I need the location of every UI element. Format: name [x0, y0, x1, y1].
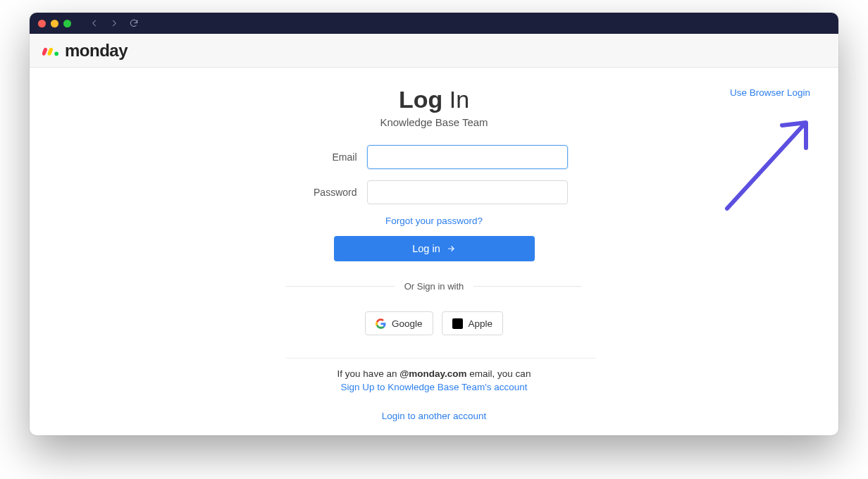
back-icon[interactable] — [89, 18, 99, 28]
minimize-window-icon[interactable] — [51, 20, 58, 27]
brand-name: monday — [65, 41, 128, 61]
use-browser-login-link[interactable]: Use Browser Login — [730, 87, 810, 98]
window-titlebar — [30, 13, 838, 34]
maximize-window-icon[interactable] — [63, 20, 71, 27]
password-label: Password — [301, 187, 357, 198]
google-login-button[interactable]: Google — [365, 311, 433, 335]
title-light: In — [442, 86, 469, 113]
arrow-right-icon — [446, 244, 456, 254]
divider: Or Sign in with — [286, 281, 582, 292]
password-input[interactable] — [367, 180, 568, 204]
team-subtitle: Knowledge Base Team — [286, 116, 582, 128]
svg-rect-0 — [42, 47, 48, 56]
window-controls — [38, 20, 71, 27]
google-icon — [376, 318, 386, 329]
apple-icon — [452, 318, 463, 329]
app-header: monday — [30, 34, 838, 68]
social-login-row: Google Apple — [286, 311, 582, 335]
svg-rect-1 — [47, 47, 54, 56]
login-button-label: Log in — [412, 243, 440, 254]
page-title: Log In — [286, 86, 582, 113]
google-label: Google — [392, 318, 423, 329]
email-row: Email — [286, 145, 582, 169]
nav-buttons — [89, 18, 139, 28]
app-window: monday Use Browser Login Log In Knowledg… — [30, 13, 838, 435]
svg-point-2 — [54, 51, 58, 56]
helper-suffix: email, you can — [467, 368, 531, 379]
divider-line-right — [473, 286, 582, 287]
password-row: Password — [286, 180, 582, 204]
helper-prefix: If you have an — [337, 368, 400, 379]
forward-icon[interactable] — [109, 18, 119, 28]
apple-login-button[interactable]: Apple — [442, 311, 504, 335]
separator — [286, 358, 596, 359]
signup-link[interactable]: Sign Up to Knowledge Base Team's account — [286, 382, 582, 392]
brand-logo: monday — [42, 41, 128, 61]
reload-icon[interactable] — [129, 18, 139, 28]
divider-line-left — [286, 286, 395, 287]
email-label: Email — [301, 151, 357, 163]
login-form: Log In Knowledge Base Team Email Passwor… — [286, 86, 582, 421]
login-button[interactable]: Log in — [334, 236, 535, 261]
helper-text: If you have an @monday.com email, you ca… — [286, 368, 582, 379]
title-bold: Log — [399, 86, 442, 113]
close-window-icon[interactable] — [38, 20, 46, 27]
apple-label: Apple — [469, 318, 493, 329]
login-content: Use Browser Login Log In Knowledge Base … — [30, 68, 838, 435]
monday-logo-icon — [42, 44, 62, 58]
helper-bold: @monday.com — [399, 368, 466, 379]
forgot-password-link[interactable]: Forgot your password? — [286, 216, 582, 226]
divider-label: Or Sign in with — [404, 281, 464, 292]
another-account-link[interactable]: Login to another account — [286, 411, 582, 421]
email-input[interactable] — [367, 145, 568, 169]
